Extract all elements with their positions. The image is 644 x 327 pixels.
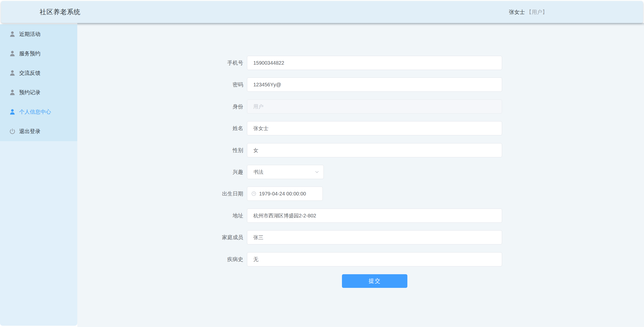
family-members-input[interactable] (247, 230, 502, 244)
disease-history-label: 疾病史 (181, 252, 243, 266)
birthdate-value: 1979-04-24 00:00:00 (259, 191, 306, 197)
birthdate-picker[interactable]: 1979-04-24 00:00:00 (247, 187, 323, 201)
address-label: 地址 (181, 209, 243, 223)
clock-icon (251, 191, 257, 196)
user-icon (9, 69, 16, 77)
sidebar-item-label: 服务预约 (19, 50, 40, 57)
password-label: 密码 (181, 78, 243, 92)
form-row-disease: 疾病史 (181, 252, 502, 266)
app-header: 社区养老系统 张女士 【用户】 (1, 1, 643, 23)
form-row-birthdate: 出生日期 1979-04-24 00:00:00 (181, 187, 323, 201)
power-icon (9, 128, 16, 135)
sidebar-item-label: 预约记录 (19, 89, 40, 96)
form-row-family: 家庭成员 (181, 230, 502, 244)
address-input[interactable] (247, 209, 502, 223)
user-info: 张女士 【用户】 (509, 1, 548, 23)
submit-button[interactable]: 提交 (342, 274, 407, 288)
user-name: 张女士 (509, 9, 525, 15)
app-title: 社区养老系统 (40, 1, 81, 23)
form-row-identity: 身份 (181, 99, 502, 114)
user-icon (9, 108, 16, 115)
user-role-badge: 【用户】 (526, 9, 548, 15)
sidebar: 近期活动 服务预约 交流反馈 预约记录 (0, 24, 77, 326)
app-window: 社区养老系统 张女士 【用户】 近期活动 服务预约 (0, 0, 644, 327)
interest-select-value: 书法 (253, 169, 263, 175)
form-row-interest: 兴趣 书法 (181, 165, 324, 179)
identity-input (247, 99, 502, 114)
gender-input[interactable] (247, 143, 502, 157)
identity-label: 身份 (181, 99, 243, 114)
interest-label: 兴趣 (181, 165, 243, 179)
sidebar-item-recent-activities[interactable]: 近期活动 (0, 24, 77, 44)
name-label: 姓名 (181, 121, 243, 135)
user-icon (9, 89, 16, 96)
chevron-down-icon (314, 169, 319, 174)
sidebar-item-feedback[interactable]: 交流反馈 (0, 63, 77, 83)
family-members-label: 家庭成员 (181, 230, 243, 244)
disease-history-input[interactable] (247, 252, 502, 266)
sidebar-item-logout[interactable]: 退出登录 (0, 121, 77, 141)
sidebar-filler (0, 141, 77, 326)
interest-select[interactable]: 书法 (247, 165, 324, 179)
password-input[interactable] (247, 78, 502, 92)
form-row-phone: 手机号 (181, 56, 502, 70)
sidebar-item-label: 个人信息中心 (19, 108, 51, 115)
main-content: 手机号 密码 身份 姓名 性别 兴趣 书法 (77, 23, 644, 327)
form-row-address: 地址 (181, 209, 502, 223)
sidebar-item-personal-info[interactable]: 个人信息中心 (0, 102, 77, 121)
phone-label: 手机号 (181, 56, 243, 70)
birthdate-label: 出生日期 (181, 187, 243, 201)
name-input[interactable] (247, 121, 502, 135)
user-icon (9, 31, 16, 38)
form-row-gender: 性别 (181, 143, 502, 157)
phone-input[interactable] (247, 56, 502, 70)
gender-label: 性别 (181, 143, 243, 157)
sidebar-item-booking-records[interactable]: 预约记录 (0, 83, 77, 102)
sidebar-item-label: 近期活动 (19, 31, 40, 38)
user-icon (9, 50, 16, 57)
sidebar-item-label: 退出登录 (19, 128, 40, 135)
sidebar-item-service-booking[interactable]: 服务预约 (0, 44, 77, 63)
sidebar-menu: 近期活动 服务预约 交流反馈 预约记录 (0, 24, 77, 141)
form-row-name: 姓名 (181, 121, 502, 135)
form-row-password: 密码 (181, 78, 502, 92)
sidebar-item-label: 交流反馈 (19, 69, 40, 77)
